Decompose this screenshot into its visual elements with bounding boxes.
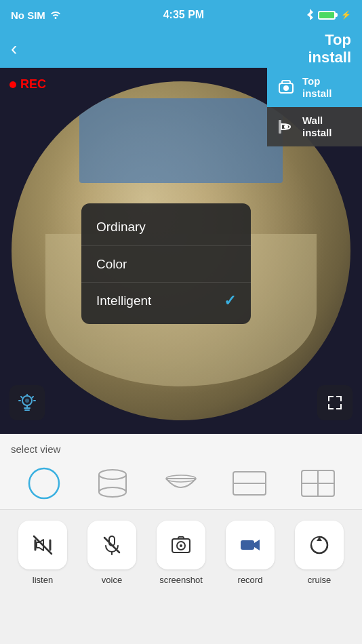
svg-point-6 bbox=[29, 468, 59, 498]
listen-button[interactable]: listen bbox=[12, 521, 73, 585]
select-view-section: select view bbox=[0, 434, 362, 509]
install-dropdown: Top install Wall install bbox=[267, 68, 362, 146]
view-bowl[interactable] bbox=[154, 463, 208, 504]
voice-button[interactable]: voice bbox=[81, 521, 142, 585]
camera-view: REC Top install bbox=[0, 68, 362, 434]
cruise-label: cruise bbox=[308, 575, 331, 585]
svg-rect-27 bbox=[241, 540, 254, 550]
svg-line-23 bbox=[104, 538, 119, 552]
mode-intelligent-label: Intelligent bbox=[96, 294, 151, 308]
battery-icon bbox=[318, 11, 336, 20]
carrier-label: No SIM bbox=[11, 9, 45, 21]
view-options bbox=[11, 463, 351, 504]
listen-label: listen bbox=[33, 575, 53, 585]
rec-dot bbox=[9, 81, 16, 88]
top-install-icon bbox=[277, 78, 296, 97]
mode-item-ordinary[interactable]: Ordinary bbox=[81, 209, 251, 245]
battery-bolt: ⚡ bbox=[341, 10, 351, 20]
view-grid4[interactable] bbox=[291, 463, 345, 504]
mode-check-icon: ✓ bbox=[224, 292, 236, 310]
record-button[interactable]: record bbox=[220, 521, 281, 585]
cruise-icon-box bbox=[295, 521, 344, 569]
screenshot-icon-box bbox=[157, 521, 205, 569]
status-time: 4:35 PM bbox=[163, 9, 204, 21]
install-option-wall[interactable]: Wall install bbox=[267, 107, 362, 146]
wifi-icon bbox=[49, 9, 62, 21]
mode-color-label: Color bbox=[96, 257, 127, 272]
mode-menu: Ordinary Color Intelligent ✓ bbox=[81, 203, 251, 324]
svg-point-5 bbox=[25, 399, 29, 403]
screenshot-label: screenshot bbox=[159, 575, 203, 585]
record-label: record bbox=[238, 575, 263, 585]
status-bar: No SIM 4:35 PM ⚡ bbox=[0, 0, 362, 30]
header: ‹ Top install bbox=[0, 30, 362, 68]
rec-badge: REC bbox=[9, 77, 46, 92]
select-view-label: select view bbox=[11, 443, 351, 455]
wall-install-label: Wall install bbox=[302, 115, 331, 139]
voice-icon-box bbox=[87, 521, 136, 569]
install-option-top[interactable]: Top install bbox=[267, 68, 362, 107]
rec-label: REC bbox=[20, 77, 46, 92]
bluetooth-icon bbox=[306, 9, 314, 22]
voice-label: voice bbox=[102, 575, 122, 585]
view-cylinder[interactable] bbox=[85, 463, 140, 504]
expand-button[interactable] bbox=[317, 385, 353, 420]
svg-point-7 bbox=[99, 470, 126, 479]
mode-item-color[interactable]: Color bbox=[81, 245, 251, 282]
light-button[interactable] bbox=[9, 385, 45, 420]
back-button[interactable]: ‹ bbox=[11, 39, 17, 58]
svg-point-26 bbox=[180, 544, 182, 547]
mode-item-intelligent[interactable]: Intelligent ✓ bbox=[81, 282, 251, 319]
mode-ordinary-label: Ordinary bbox=[96, 220, 146, 235]
record-icon-box bbox=[226, 521, 275, 569]
status-right: ⚡ bbox=[306, 9, 351, 22]
svg-point-1 bbox=[283, 85, 289, 91]
svg-point-3 bbox=[284, 125, 288, 129]
status-left: No SIM bbox=[11, 9, 62, 21]
cruise-button[interactable]: cruise bbox=[289, 521, 350, 585]
wall-install-icon bbox=[277, 117, 296, 136]
view-panoramic[interactable] bbox=[17, 463, 71, 504]
svg-point-10 bbox=[99, 487, 126, 497]
screenshot-button[interactable]: screenshot bbox=[150, 521, 212, 585]
listen-icon-box bbox=[18, 521, 67, 569]
top-install-label: Top install bbox=[302, 75, 331, 100]
view-split2[interactable] bbox=[222, 463, 277, 504]
action-section: listen voice screenshot bbox=[0, 510, 362, 585]
header-title: Top install bbox=[308, 31, 351, 67]
